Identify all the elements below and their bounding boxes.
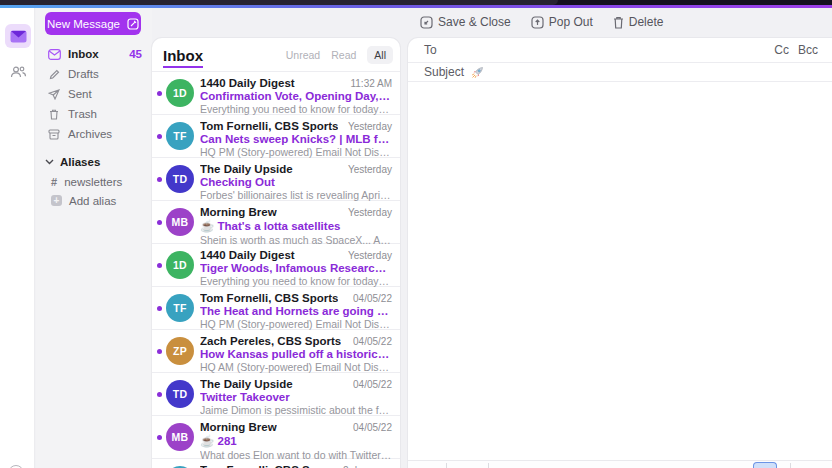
email-subject: Can Nets sweep Knicks? | MLB futures bet… [200,133,392,145]
avatar: MB [166,423,194,451]
trash-icon [613,16,624,29]
email-sender: The Daily Upside [200,378,293,390]
toolbar-divider [488,463,489,468]
send-button-partial[interactable] [753,462,777,468]
delete-button[interactable]: Delete [613,15,664,29]
unread-indicator-dot [157,263,162,268]
add-alias-button[interactable]: + Add alias [36,191,152,210]
toolbar-divider [446,463,447,468]
sidebar: New Message Inbox 45 Drafts [36,8,152,468]
hash-icon: # [51,176,57,188]
email-timestamp: Yesterday [342,250,392,261]
email-preview: Jaime Dimon is pessimistic about the fut… [200,404,392,416]
to-field[interactable]: To Cc Bcc [408,38,832,63]
trash-icon [47,109,61,120]
email-list-item[interactable]: TD The Daily Upside 04/05/22 Twitter Tak… [152,373,400,416]
cc-toggle[interactable]: Cc [774,43,789,57]
email-timestamp: Yesterday [342,164,392,175]
add-alias-label: Add alias [69,195,116,207]
unread-indicator-dot [157,220,162,225]
sidebar-item-newsletters[interactable]: # newsletters [36,172,152,191]
new-message-button[interactable]: New Message [45,12,141,35]
email-list-item[interactable]: TF Tom Fornelli, CBS Sports 04/05/22 The… [152,287,400,330]
email-timestamp: Yesterday [342,207,392,218]
compose-toolbar: Save & Close Pop Out Delete [420,13,663,31]
email-list-item[interactable]: MB Morning Brew Yesterday ☕ That's a lot… [152,201,400,244]
bcc-toggle[interactable]: Bcc [798,43,818,57]
email-preview: Forbes' billionaires list is revealing A… [200,189,392,201]
email-subject: Checking Out [200,176,392,188]
list-title: Inbox [163,47,203,68]
email-timestamp: 11:32 AM [344,78,392,89]
email-preview: Everything you need to know for today in… [200,275,392,287]
email-preview: HQ PM (Story-powered) Email Not Displayi… [200,146,392,158]
unread-indicator-dot [157,392,162,397]
sidebar-item-inbox[interactable]: Inbox 45 [36,44,152,64]
email-sender: Tom Fornelli, CBS Sports [200,464,337,468]
email-sender: Tom Fornelli, CBS Sports [200,292,338,304]
avatar: ZP [166,337,194,365]
unread-indicator-dot [157,435,162,440]
sidebar-item-drafts[interactable]: Drafts [36,64,152,84]
unread-indicator-dot [157,349,162,354]
subject-field[interactable]: Subject [408,63,832,82]
envelope-icon [47,49,61,60]
pop-out-button[interactable]: Pop Out [531,15,593,29]
aliases-section-toggle[interactable]: Aliases [36,152,152,172]
pop-out-icon [531,16,544,29]
compose-pane: To Cc Bcc Subject [408,38,832,468]
pencil-icon [47,69,61,80]
filter-read[interactable]: Read [331,49,356,61]
email-list-item[interactable]: TD The Daily Upside Yesterday Checking O… [152,158,400,201]
avatar: TF [166,294,194,322]
email-subject: Confirmation Vote, Opening Day, and the … [200,90,392,102]
list-filters: Unread Read All [286,46,393,64]
filter-all[interactable]: All [367,46,393,64]
sidebar-item-trash[interactable]: Trash [36,104,152,124]
people-icon[interactable] [5,60,31,84]
email-subject: How Kansas pulled off a historic comebac… [200,348,392,360]
email-sender: Morning Brew [200,421,277,433]
sidebar-item-label: Sent [68,88,92,100]
sidebar-item-label: Drafts [68,68,99,80]
compose-body-input[interactable] [408,82,832,421]
avatar: 1D [166,251,194,279]
email-timestamp: Yesterday [342,121,392,132]
sidebar-item-label: Archives [68,128,112,140]
email-timestamp: 04/05/22 [347,293,392,304]
filter-unread[interactable]: Unread [286,49,320,61]
email-list-item[interactable]: ZP Zach Pereles, CBS Sports 04/05/22 How… [152,330,400,373]
sidebar-item-label: Trash [68,108,97,120]
email-list-item[interactable]: MB Morning Brew 04/05/22 ☕ 281 What does… [152,416,400,459]
email-list-item[interactable]: 1D 1440 Daily Digest 11:32 AM Confirmati… [152,72,400,115]
avatar: MB [166,208,194,236]
email-sender: 1440 Daily Digest [200,249,295,261]
paper-plane-icon [47,89,61,100]
email-list-item[interactable]: 1D 1440 Daily Digest Yesterday Tiger Woo… [152,244,400,287]
avatar: 1D [166,79,194,107]
email-subject: The Heat and Hornets are going to put up… [200,305,392,317]
email-timestamp: 04/05/22 [347,336,392,347]
email-list-pane: Inbox Unread Read All 1D 1440 Daily Dige… [152,38,400,468]
save-and-close-button[interactable]: Save & Close [420,15,511,29]
avatar: TF [166,122,194,150]
app-rail [0,8,35,468]
save-close-icon [420,16,433,29]
email-list-item[interactable]: TF Tom Fornelli, CBS Sports Yesterday Ca… [152,115,400,158]
unread-indicator-dot [157,91,162,96]
avatar: TD [166,380,194,408]
mail-icon[interactable] [5,24,31,48]
toolbar-divider [790,463,791,468]
alias-label: newsletters [64,176,122,188]
new-message-label: New Message [47,18,120,30]
email-list-header: Inbox Unread Read All [152,38,400,72]
plus-square-icon: + [51,195,62,206]
email-preview: HQ AM (Story-powered) Email Not Displayi… [200,361,392,373]
sidebar-item-archives[interactable]: Archives [36,124,152,144]
email-list-item[interactable]: TF Tom Fornelli, CBS Sports 2 days ago [152,459,400,468]
email-subject: ☕ That's a lotta satellites [200,219,392,233]
rocket-emoji [471,66,484,79]
sidebar-item-sent[interactable]: Sent [36,84,152,104]
email-sender: 1440 Daily Digest [200,77,295,89]
inbox-unread-count: 45 [129,48,142,60]
